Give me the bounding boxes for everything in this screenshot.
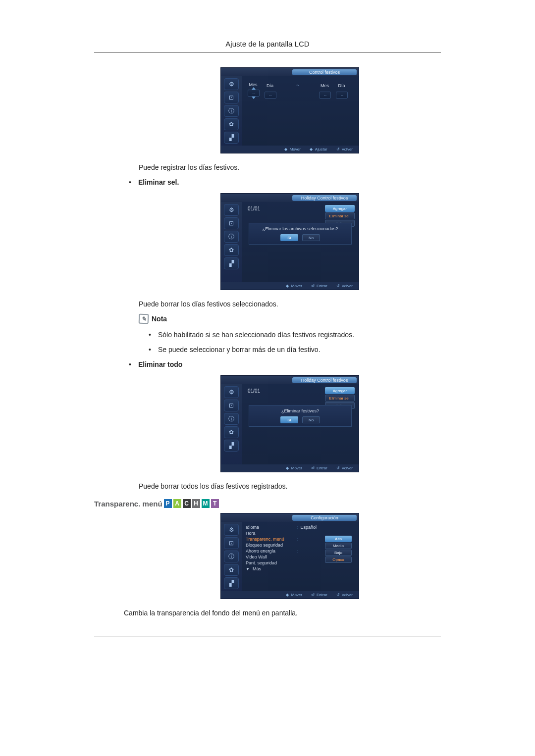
desc-eliminar-todo: Puede borrar todos los días festivos reg… bbox=[139, 482, 441, 490]
row-ahorro[interactable]: Ahorro energía bbox=[246, 549, 295, 554]
row-video-wall[interactable]: Video Wall bbox=[246, 554, 295, 559]
mes-start[interactable]: -- bbox=[248, 90, 260, 97]
info-icon[interactable]: ⓘ bbox=[224, 105, 239, 117]
footer-entrar: ⏎Entrar bbox=[311, 466, 327, 470]
dialog-message: ¿Eliminar los archivos seleccionados? bbox=[252, 226, 348, 231]
nota-item: Sólo habilitado si se han seleccionado d… bbox=[158, 331, 354, 339]
input-icon[interactable]: ⊡ bbox=[224, 537, 239, 549]
dia-start[interactable]: -- bbox=[265, 92, 276, 99]
badge-h: H bbox=[192, 499, 200, 508]
input-icon[interactable]: ⊡ bbox=[224, 217, 239, 229]
picture-icon[interactable]: ⚙ bbox=[224, 524, 239, 536]
desc-eliminar-sel: Puede borrar los días festivos seleccion… bbox=[139, 300, 441, 308]
page-title: Ajuste de la pantalla LCD bbox=[94, 40, 441, 52]
footer-mover: ◆Mover bbox=[284, 147, 301, 151]
desc-add: Puede registrar los días festivos. bbox=[139, 163, 441, 171]
footer-mover: ◆Mover bbox=[286, 466, 302, 470]
row-pant-seguridad[interactable]: Pant. seguridad bbox=[246, 560, 295, 565]
footer-volver: ↺Volver bbox=[336, 593, 353, 597]
info-icon[interactable]: ⓘ bbox=[224, 413, 239, 425]
dialog-no-button[interactable]: No bbox=[302, 416, 320, 423]
multi-icon[interactable]: ▞ bbox=[224, 577, 239, 589]
input-icon[interactable]: ⊡ bbox=[224, 400, 239, 411]
mes-label-2: Mes bbox=[319, 83, 330, 88]
osd-title: Control festivos bbox=[292, 69, 357, 75]
footer-entrar: ⏎Entrar bbox=[311, 593, 327, 597]
holiday-date: 01/01 bbox=[246, 205, 262, 212]
osd-control-festivos-add: Control festivos ⚙ ⊡ ⓘ ✿ ▞ Mes bbox=[220, 67, 359, 153]
date-separator: ~ bbox=[296, 82, 299, 99]
opt-alto[interactable]: Alto bbox=[325, 536, 352, 542]
row-transparencia[interactable]: Transparenc. menú bbox=[246, 537, 295, 542]
row-mas[interactable]: Más bbox=[253, 566, 261, 571]
multi-icon[interactable]: ▞ bbox=[224, 440, 239, 452]
note-icon: ✎ bbox=[139, 314, 149, 324]
dia-end[interactable]: -- bbox=[336, 92, 348, 99]
opt-opaco[interactable]: Opaco bbox=[325, 556, 352, 563]
badge-t: T bbox=[211, 499, 219, 508]
mes-end[interactable]: -- bbox=[319, 92, 331, 99]
footer-volver: ↺Volver bbox=[336, 284, 353, 288]
settings-icon[interactable]: ✿ bbox=[224, 118, 239, 130]
footer-mover: ◆Mover bbox=[286, 284, 302, 288]
footer-volver: ↺Volver bbox=[336, 147, 353, 151]
section-transparencia-menu: Transparenc. menú bbox=[94, 500, 162, 508]
badge-c: C bbox=[183, 499, 191, 508]
osd-sidebar: ⚙ ⊡ ⓘ ✿ ▞ bbox=[221, 384, 242, 464]
dia-label-2: Día bbox=[336, 83, 347, 88]
dialog-yes-button[interactable]: Sí bbox=[280, 234, 298, 241]
eliminar-sel-button[interactable]: Eliminar sel. bbox=[325, 395, 355, 402]
osd-sidebar: ⚙ ⊡ ⓘ ✿ ▞ bbox=[221, 522, 242, 591]
dialog-no-button[interactable]: No bbox=[302, 234, 320, 241]
settings-icon[interactable]: ✿ bbox=[224, 244, 239, 256]
osd-configuracion: Configuración ⚙ ⊡ ⓘ ✿ ▞ Idioma:Español H… bbox=[220, 513, 359, 599]
footer-mover: ◆Mover bbox=[286, 593, 302, 597]
page-footer-divider bbox=[94, 637, 441, 637]
nota-item: Se puede seleccionar y borrar más de un … bbox=[158, 346, 321, 353]
badge-a: A bbox=[173, 499, 181, 508]
bullet-eliminar-sel: Eliminar sel. bbox=[138, 178, 179, 186]
eliminar-sel-button[interactable]: Eliminar sel. bbox=[325, 212, 355, 219]
picture-icon[interactable]: ⚙ bbox=[224, 78, 239, 90]
multi-icon[interactable]: ▞ bbox=[224, 132, 239, 144]
info-icon[interactable]: ⓘ bbox=[224, 551, 239, 562]
info-icon[interactable]: ⓘ bbox=[224, 231, 239, 243]
dia-label: Día bbox=[265, 83, 275, 88]
chevron-down-icon: ▼ bbox=[246, 567, 250, 571]
picture-icon[interactable]: ⚙ bbox=[224, 204, 239, 216]
multi-icon[interactable]: ▞ bbox=[224, 257, 239, 269]
nota-label: Nota bbox=[152, 315, 167, 323]
osd-title: Configuración bbox=[292, 515, 357, 521]
idioma-value: Español bbox=[301, 525, 317, 530]
osd-title: Holiday Control festivos bbox=[292, 195, 357, 201]
osd-title: Holiday Control festivos bbox=[292, 377, 357, 383]
picture-icon[interactable]: ⚙ bbox=[224, 386, 239, 398]
mes-label: Mes bbox=[248, 82, 259, 87]
opt-medio[interactable]: Medio bbox=[325, 543, 352, 549]
settings-icon[interactable]: ✿ bbox=[224, 564, 239, 576]
badge-p: P bbox=[164, 499, 172, 508]
row-idioma[interactable]: Idioma bbox=[246, 525, 295, 530]
footer-ajustar: ◆Ajustar bbox=[310, 147, 327, 151]
osd-sidebar: ⚙ ⊡ ⓘ ✿ ▞ bbox=[221, 76, 242, 146]
input-icon[interactable]: ⊡ bbox=[224, 92, 239, 103]
confirm-dialog: ¿Eliminar los archivos seleccionados? Sí… bbox=[249, 223, 352, 245]
desc-transparencia: Cambia la transparencia del fondo del me… bbox=[124, 609, 441, 617]
osd-sidebar: ⚙ ⊡ ⓘ ✿ ▞ bbox=[221, 202, 242, 282]
holiday-date: 01/01 bbox=[246, 387, 262, 395]
agregar-button[interactable]: Agregar bbox=[325, 205, 355, 212]
dialog-yes-button[interactable]: Sí bbox=[280, 416, 298, 423]
agregar-button[interactable]: Agregar bbox=[325, 387, 355, 394]
osd-eliminar-sel: Holiday Control festivos ⚙ ⊡ ⓘ ✿ ▞ 01/01… bbox=[220, 193, 359, 290]
badge-m: M bbox=[202, 499, 210, 508]
settings-icon[interactable]: ✿ bbox=[224, 426, 239, 438]
confirm-dialog: ¿Eliminar festivos? Sí No bbox=[249, 405, 352, 427]
dialog-message: ¿Eliminar festivos? bbox=[252, 408, 348, 413]
footer-entrar: ⏎Entrar bbox=[311, 284, 327, 288]
row-hora[interactable]: Hora bbox=[246, 531, 295, 536]
row-bloqueo[interactable]: Bloqueo seguridad bbox=[246, 543, 295, 548]
bullet-eliminar-todo: Eliminar todo bbox=[138, 360, 182, 368]
opt-bajo[interactable]: Bajo bbox=[325, 550, 352, 556]
osd-eliminar-todo: Holiday Control festivos ⚙ ⊡ ⓘ ✿ ▞ 01/01… bbox=[220, 375, 359, 472]
footer-volver: ↺Volver bbox=[336, 466, 353, 470]
